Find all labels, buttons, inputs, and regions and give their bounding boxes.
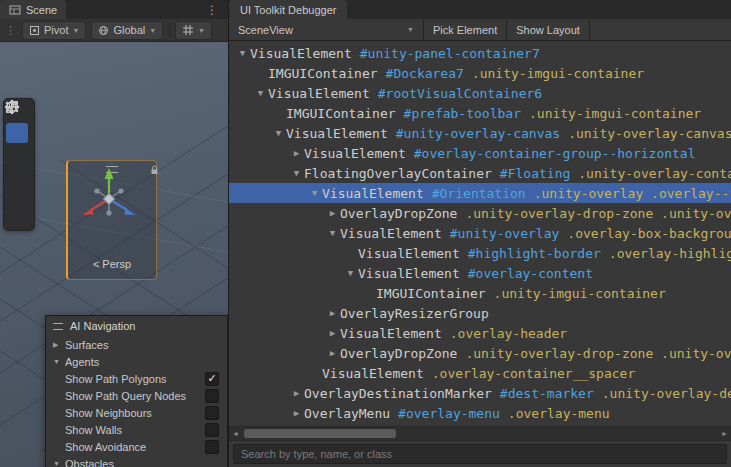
tree-row[interactable]: ▼VisualElement#overlay-content [229, 263, 731, 283]
scroll-right-arrow-icon[interactable]: ► [718, 427, 731, 440]
pick-element-button[interactable]: Pick Element [424, 19, 507, 40]
element-id: #unity-overlay-canvas [396, 126, 560, 141]
ai-nav-item[interactable]: Show Walls [46, 421, 227, 438]
checkbox[interactable] [205, 406, 219, 420]
scrollbar-thumb[interactable] [244, 429, 396, 438]
toolbar-drag-handle-icon[interactable]: ⋮ [4, 24, 17, 37]
expander-icon[interactable]: ▼ [271, 128, 286, 138]
ai-nav-item[interactable]: Show Neighbours [46, 404, 227, 421]
ai-nav-item[interactable]: Show Path Query Nodes [46, 387, 227, 404]
pivot-label: Pivot [44, 24, 68, 36]
element-classes: .unity-overlay .overlay--floating [534, 186, 731, 201]
search-input[interactable] [233, 444, 727, 464]
tree-row[interactable]: ▶OverlayDropZone.unity-overlay-drop-zone… [229, 343, 731, 363]
foldout-arrow-icon[interactable]: ▶ [53, 341, 65, 349]
tree-row[interactable]: ▶OverlayDropZone.unity-overlay-drop-zone… [229, 203, 731, 223]
pivot-dropdown[interactable]: Pivot ▼ [22, 21, 86, 40]
expander-icon[interactable]: ▶ [289, 148, 304, 158]
ai-nav-section[interactable]: ▼Obstacles [46, 455, 227, 467]
global-dropdown[interactable]: Global ▼ [91, 21, 163, 40]
row-label: Show Walls [65, 424, 122, 436]
element-id: #overlay-content [468, 266, 593, 281]
expander-icon[interactable]: ▶ [289, 388, 304, 398]
tree-row[interactable]: VisualElement.overlay-container__spacer [229, 363, 731, 383]
orientation-overlay[interactable]: < Persp [66, 160, 157, 280]
overlay-handle-icon [53, 323, 63, 330]
show-layout-button[interactable]: Show Layout [507, 19, 590, 40]
horizontal-scrollbar[interactable]: ◄ ► [229, 426, 731, 440]
foldout-arrow-icon[interactable]: ▼ [53, 460, 65, 467]
expander-icon[interactable]: ▶ [325, 328, 340, 338]
expander-icon[interactable]: ▼ [343, 268, 358, 278]
tree-row[interactable]: ▼VisualElement#unity-panel-container7 [229, 43, 731, 63]
expander-icon[interactable]: ▼ [307, 188, 322, 198]
expander-icon[interactable]: ▶ [289, 408, 304, 418]
tree-row[interactable]: ▶OverlayDestinationMarker#dest-marker.un… [229, 383, 731, 403]
ai-nav-section[interactable]: ▶Surfaces [46, 336, 227, 353]
element-classes: .unity-overlay-destination-marker [602, 386, 731, 401]
tree-row[interactable]: IMGUIContainer.unity-imgui-container [229, 283, 731, 303]
element-id: #Floating [500, 166, 570, 181]
foldout-arrow-icon[interactable]: ▼ [53, 358, 65, 365]
expander-icon[interactable]: ▶ [325, 208, 340, 218]
panel-menu-icon[interactable]: ⋮ [202, 0, 222, 19]
tree-row[interactable]: ▼FloatingOverlayContainer#Floating.unity… [229, 163, 731, 183]
expander-icon[interactable]: ▼ [235, 48, 250, 58]
tree-row[interactable]: ▼VisualElement#unity-overlay-canvas.unit… [229, 123, 731, 143]
rect-tool-button[interactable] [6, 186, 28, 206]
element-classes: .overlay-menu [508, 406, 610, 421]
element-type: FloatingOverlayContainer [304, 166, 492, 181]
tree-row[interactable]: ▶VisualElement.overlay-header [229, 323, 731, 343]
element-type: OverlayDestinationMarker [304, 386, 492, 401]
element-type: OverlayDropZone [340, 346, 457, 361]
ai-nav-header[interactable]: AI Navigation [46, 316, 227, 336]
tab-ui-toolkit-debugger[interactable]: UI Toolkit Debugger [229, 0, 347, 19]
tab-scene[interactable]: Scene [0, 0, 66, 19]
tree-row[interactable]: IMGUIContainer#Dockarea7.unity-imgui-con… [229, 63, 731, 83]
row-label: Obstacles [65, 458, 114, 467]
move-tool-button[interactable] [6, 123, 28, 143]
unity-editor: { "colors": { "selection": "#3E63A6", "i… [0, 0, 731, 467]
checkbox[interactable] [205, 389, 219, 403]
tree-row[interactable]: ▶OverlayMenu#overlay-menu.overlay-menu [229, 403, 731, 423]
element-classes: .unity-overlay-drop-zone .unity-overlay-… [465, 346, 731, 361]
element-classes: .unity-overlay-drop-zone .unity-overlay-… [465, 206, 731, 221]
tree-row[interactable]: ▼VisualElement#rootVisualContainer6 [229, 83, 731, 103]
element-type: VisualElement [304, 146, 406, 161]
debug-target-dropdown[interactable]: SceneView ▼ [229, 19, 424, 40]
scene-viewport[interactable]: < Persp AI Navigation ▶Surfaces▼AgentsSh… [0, 42, 228, 467]
tree-row[interactable]: ▼VisualElement#unity-overlay.overlay-box… [229, 223, 731, 243]
tree-row[interactable]: ▼VisualElement#Orientation.unity-overlay… [229, 183, 731, 203]
element-type: VisualElement [340, 326, 442, 341]
element-type: VisualElement [358, 266, 460, 281]
globe-icon [98, 25, 109, 36]
expander-icon[interactable]: ▼ [325, 228, 340, 238]
element-id: #dest-marker [500, 386, 594, 401]
expander-icon[interactable]: ▼ [289, 168, 304, 178]
rotate-tool-button[interactable] [6, 144, 28, 164]
row-label: Show Neighbours [65, 407, 152, 419]
projection-toggle[interactable]: < Persp [68, 258, 156, 270]
debugger-tabbar: UI Toolkit Debugger [229, 0, 731, 19]
checkbox[interactable] [205, 440, 219, 454]
element-type: IMGUIContainer [286, 106, 396, 121]
tree-row[interactable]: VisualElement#highlight-border.overlay-h… [229, 243, 731, 263]
checkbox[interactable]: ✓ [205, 372, 219, 386]
grid-visibility-dropdown[interactable]: ▼ [175, 21, 212, 40]
scroll-left-arrow-icon[interactable]: ◄ [229, 427, 242, 440]
tree-row[interactable]: IMGUIContainer#prefab-toolbar.unity-imgu… [229, 103, 731, 123]
element-type: IMGUIContainer [376, 286, 486, 301]
ai-nav-section[interactable]: ▼Agents [46, 353, 227, 370]
expander-icon[interactable]: ▶ [325, 308, 340, 318]
scale-tool-button[interactable] [6, 165, 28, 185]
tree-row[interactable]: ▶OverlayResizerGroup [229, 303, 731, 323]
expander-icon[interactable]: ▼ [253, 88, 268, 98]
tree-row[interactable]: ▶VisualElement#overlay-container-group--… [229, 143, 731, 163]
expander-icon[interactable]: ▶ [325, 348, 340, 358]
checkbox[interactable] [205, 423, 219, 437]
ai-nav-item[interactable]: Show Path Polygons✓ [46, 370, 227, 387]
element-classes: .unity-imgui-container [529, 106, 701, 121]
transform-tool-button[interactable] [6, 207, 28, 227]
ai-nav-item[interactable]: Show Avoidance [46, 438, 227, 455]
orientation-gizmo[interactable] [68, 161, 150, 233]
